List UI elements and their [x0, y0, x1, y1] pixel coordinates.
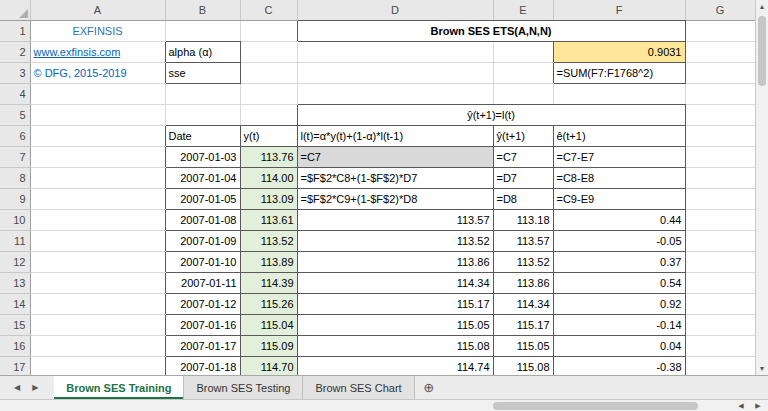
vertical-scrollbar-thumb[interactable]	[758, 16, 766, 86]
column-header-f[interactable]: F	[553, 0, 685, 21]
cell-F9[interactable]: =C9-E9	[553, 189, 685, 210]
column-header-d[interactable]: D	[297, 0, 493, 21]
cell-E11[interactable]: 113.57	[493, 231, 553, 252]
cell-C7[interactable]: 113.76	[240, 147, 297, 168]
cell-B8[interactable]: 2007-01-04	[165, 168, 240, 189]
cell-header-date[interactable]: Date	[165, 126, 240, 147]
cell-B7[interactable]: 2007-01-03	[165, 147, 240, 168]
cell-F12[interactable]: 0.37	[553, 252, 685, 273]
cell-header-y[interactable]: y(t)	[240, 126, 297, 147]
cell-E4[interactable]	[493, 84, 553, 105]
horizontal-scrollbar[interactable]: ◀ ▶	[0, 399, 768, 411]
cell-D4[interactable]	[297, 84, 493, 105]
cell-alpha-label[interactable]: alpha (α)	[165, 42, 240, 63]
cell-F13[interactable]: 0.54	[553, 273, 685, 294]
cell-D10[interactable]: 113.57	[297, 210, 493, 231]
cell-E2[interactable]	[493, 42, 553, 63]
cell-G14[interactable]	[685, 294, 755, 315]
cell-sse-formula[interactable]: =SUM(F7:F1768^2)	[553, 63, 685, 84]
cell-header-level[interactable]: l(t)=α*y(t)+(1-α)*l(t-1)	[297, 126, 493, 147]
row-header-2[interactable]: 2	[0, 42, 30, 63]
cell-G13[interactable]	[685, 273, 755, 294]
cell-D8[interactable]: =$F$2*C8+(1-$F$2)*D7	[297, 168, 493, 189]
cell-E7[interactable]: =C7	[493, 147, 553, 168]
cell-C11[interactable]: 113.52	[240, 231, 297, 252]
cell-website-link[interactable]: www.exfinsis.com	[30, 42, 165, 63]
cell-B15[interactable]: 2007-01-16	[165, 315, 240, 336]
row-header-16[interactable]: 16	[0, 336, 30, 357]
cell-B9[interactable]: 2007-01-05	[165, 189, 240, 210]
cell-F11[interactable]: -0.05	[553, 231, 685, 252]
cell-C2[interactable]	[240, 42, 297, 63]
cell-G11[interactable]	[685, 231, 755, 252]
row-header-15[interactable]: 15	[0, 315, 30, 336]
cell-G3[interactable]	[685, 63, 755, 84]
cell-C12[interactable]: 113.89	[240, 252, 297, 273]
cell-A4[interactable]	[30, 84, 165, 105]
cell-D16[interactable]: 115.08	[297, 336, 493, 357]
row-header-5[interactable]: 5	[0, 105, 30, 126]
cell-F10[interactable]: 0.44	[553, 210, 685, 231]
cell-G5[interactable]	[685, 105, 755, 126]
tab-nav-left-icon[interactable]: ◀	[14, 383, 20, 392]
cell-sse-label[interactable]: sse	[165, 63, 240, 84]
cell-A7[interactable]	[30, 147, 165, 168]
cell-C3[interactable]	[240, 63, 297, 84]
cell-G15[interactable]	[685, 315, 755, 336]
cell-C5[interactable]	[240, 105, 297, 126]
cell-E8[interactable]: =D7	[493, 168, 553, 189]
cell-forecast-equation[interactable]: ŷ(t+1)=l(t)	[297, 105, 685, 126]
cell-D14[interactable]: 115.17	[297, 294, 493, 315]
cell-C13[interactable]: 114.39	[240, 273, 297, 294]
cell-B10[interactable]: 2007-01-08	[165, 210, 240, 231]
cell-F7[interactable]: =C7-E7	[553, 147, 685, 168]
cell-G1[interactable]	[685, 21, 755, 42]
cell-A13[interactable]	[30, 273, 165, 294]
cell-D13[interactable]: 114.34	[297, 273, 493, 294]
cell-F15[interactable]: -0.14	[553, 315, 685, 336]
cell-F4[interactable]	[553, 84, 685, 105]
cell-A11[interactable]	[30, 231, 165, 252]
cell-C16[interactable]: 115.09	[240, 336, 297, 357]
vertical-scrollbar[interactable]: ▲ ▼	[755, 0, 768, 375]
cell-E9[interactable]: =D8	[493, 189, 553, 210]
column-header-g[interactable]: G	[685, 0, 755, 21]
cell-A8[interactable]	[30, 168, 165, 189]
row-header-9[interactable]: 9	[0, 189, 30, 210]
cell-E14[interactable]: 114.34	[493, 294, 553, 315]
cell-copyright[interactable]: © DFG, 2015-2019	[30, 63, 165, 84]
cell-A16[interactable]	[30, 336, 165, 357]
cell-D12[interactable]: 113.86	[297, 252, 493, 273]
cell-G16[interactable]	[685, 336, 755, 357]
cell-C4[interactable]	[240, 84, 297, 105]
horizontal-scrollbar-thumb[interactable]	[493, 402, 698, 410]
cell-E13[interactable]: 113.86	[493, 273, 553, 294]
cell-alpha-value[interactable]: 0.9031	[553, 42, 685, 63]
column-header-c[interactable]: C	[240, 0, 297, 21]
row-header-8[interactable]: 8	[0, 168, 30, 189]
column-header-b[interactable]: B	[165, 0, 240, 21]
cell-G12[interactable]	[685, 252, 755, 273]
scroll-right-icon[interactable]: ▶	[751, 400, 765, 411]
column-header-a[interactable]: A	[30, 0, 165, 21]
cell-A6[interactable]	[30, 126, 165, 147]
cell-D9[interactable]: =$F$2*C9+(1-$F$2)*D8	[297, 189, 493, 210]
cell-E12[interactable]: 113.52	[493, 252, 553, 273]
cell-C10[interactable]: 113.61	[240, 210, 297, 231]
tab-nav-right-icon[interactable]: ▶	[32, 383, 38, 392]
cell-company-name[interactable]: EXFINSIS	[30, 21, 165, 42]
cell-B14[interactable]: 2007-01-12	[165, 294, 240, 315]
cell-C1[interactable]	[240, 21, 297, 42]
new-sheet-button[interactable]: ⊕	[415, 376, 443, 399]
cell-G9[interactable]	[685, 189, 755, 210]
cell-E10[interactable]: 113.18	[493, 210, 553, 231]
cell-F16[interactable]: 0.04	[553, 336, 685, 357]
tab-brown-ses-chart[interactable]: Brown SES Chart	[303, 376, 414, 399]
cell-G10[interactable]	[685, 210, 755, 231]
cell-D7[interactable]: =C7	[297, 147, 493, 168]
cell-B4[interactable]	[165, 84, 240, 105]
cell-D11[interactable]: 113.52	[297, 231, 493, 252]
row-header-14[interactable]: 14	[0, 294, 30, 315]
row-header-4[interactable]: 4	[0, 84, 30, 105]
cell-G4[interactable]	[685, 84, 755, 105]
